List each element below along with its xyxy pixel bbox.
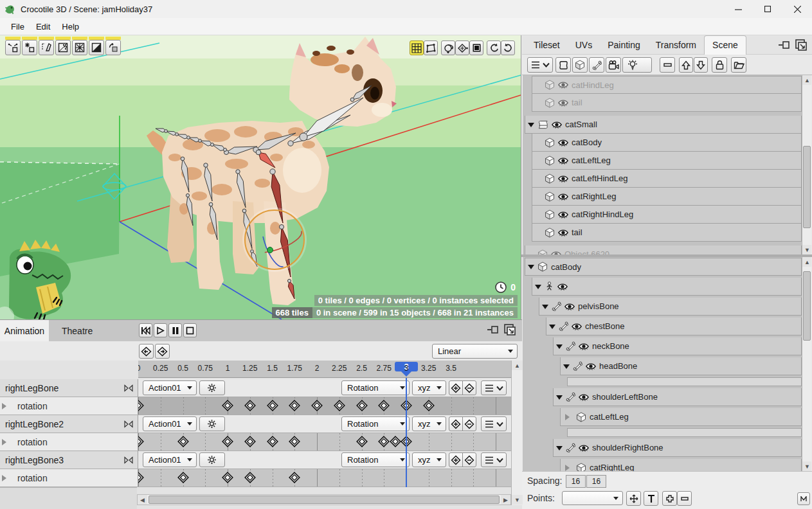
keyframe[interactable] xyxy=(334,400,345,411)
axes-select[interactable]: xyz xyxy=(412,416,446,431)
eye-icon[interactable] xyxy=(558,99,568,107)
vertex-add-button[interactable] xyxy=(22,40,37,55)
tab-transform[interactable]: Transform xyxy=(648,37,704,53)
timeline-vertical-scrollbar[interactable]: ▲ ▼ xyxy=(511,361,522,505)
channel-select[interactable]: Rotation xyxy=(341,452,410,467)
scroll-up-icon[interactable]: ▲ xyxy=(802,75,811,85)
track-menu-button[interactable] xyxy=(481,416,507,431)
burst-fill-button[interactable] xyxy=(72,40,87,55)
menu-edit[interactable]: Edit xyxy=(30,20,56,33)
caret-right-icon[interactable] xyxy=(2,439,10,445)
tab-painting[interactable]: Painting xyxy=(600,37,648,53)
scroll-down-icon[interactable]: ▼ xyxy=(802,245,811,254)
points-select[interactable] xyxy=(562,491,623,505)
caret-down-icon[interactable] xyxy=(556,446,563,454)
bone-row-armature[interactable] xyxy=(532,278,802,296)
eye-icon[interactable] xyxy=(558,193,568,201)
bone-row-catBody[interactable]: catBody xyxy=(525,258,802,276)
bone-joint[interactable] xyxy=(279,224,284,229)
eye-icon[interactable] xyxy=(552,121,562,129)
menu-file[interactable]: File xyxy=(5,20,30,33)
caret-right-icon[interactable] xyxy=(2,403,10,409)
object-row-tail[interactable]: tail xyxy=(532,94,802,112)
spacing-x-input[interactable]: 16 xyxy=(566,475,586,488)
prev-key-button[interactable] xyxy=(139,344,154,359)
scrollbar-thumb[interactable] xyxy=(803,146,811,228)
object-row-catLeftHindLeg[interactable]: catLeftHindLeg xyxy=(532,170,802,188)
caret-down-icon[interactable] xyxy=(549,325,555,332)
bone-row-catLeftLeg[interactable]: catLeftLeg xyxy=(560,408,802,426)
playhead-line[interactable] xyxy=(406,378,407,487)
bone-joint[interactable] xyxy=(270,169,275,174)
axes-select[interactable]: xyz xyxy=(412,380,446,395)
remove-point-button[interactable] xyxy=(677,491,692,506)
eye-icon[interactable] xyxy=(558,81,568,89)
bone-row-pelvisBone[interactable]: pelvisBone xyxy=(539,298,802,316)
delete-keyframe-button[interactable] xyxy=(462,416,476,431)
bonepin-icon[interactable] xyxy=(123,384,134,392)
delete-keyframe-button[interactable] xyxy=(462,380,476,395)
cube-button[interactable] xyxy=(572,57,588,73)
popout-icon[interactable] xyxy=(503,323,517,337)
eye-icon[interactable] xyxy=(558,229,568,237)
insert-keyframe-button[interactable] xyxy=(449,452,463,467)
keyframe[interactable] xyxy=(423,400,435,411)
track-menu-button[interactable] xyxy=(481,452,507,467)
bone-joint[interactable] xyxy=(209,202,213,206)
keyframe[interactable] xyxy=(378,436,390,447)
object-row-tail[interactable]: tail xyxy=(532,224,802,242)
bone-joint[interactable] xyxy=(210,143,213,146)
keyframe[interactable] xyxy=(138,400,144,411)
keyframe[interactable] xyxy=(222,400,233,411)
scroll-up-icon[interactable]: ▲ xyxy=(512,361,523,370)
keyframe[interactable] xyxy=(177,472,189,483)
bone-joint[interactable] xyxy=(287,279,291,282)
keyframe[interactable] xyxy=(244,436,256,447)
scroll-down-icon[interactable]: ▼ xyxy=(802,461,811,471)
move-down-button[interactable] xyxy=(694,57,708,73)
eye-icon[interactable] xyxy=(558,139,568,147)
axes-select[interactable]: xyz xyxy=(412,452,446,467)
action-select[interactable]: Action01 xyxy=(143,416,197,431)
channel-select[interactable]: Rotation xyxy=(341,380,410,395)
stamp-button[interactable] xyxy=(555,57,571,73)
keyframe[interactable] xyxy=(267,400,278,411)
undo-button[interactable] xyxy=(487,40,501,55)
track-name-cell[interactable]: rightLegBone3 xyxy=(0,451,138,469)
bone-joint[interactable] xyxy=(350,98,354,102)
light-button[interactable] xyxy=(622,57,652,73)
bone-joint[interactable] xyxy=(223,148,226,151)
eye-icon[interactable] xyxy=(558,157,568,165)
object-row-catBody[interactable]: catBody xyxy=(532,134,802,152)
bone-joint[interactable] xyxy=(187,136,190,139)
action-settings-button[interactable] xyxy=(199,452,225,467)
insert-keyframe-button[interactable] xyxy=(449,416,463,431)
tab-animation[interactable]: Animation xyxy=(0,320,49,341)
object-row-catLeftLeg[interactable]: catLeftLeg xyxy=(532,152,802,170)
insert-keyframe-button[interactable] xyxy=(449,380,463,395)
caret-down-icon[interactable] xyxy=(535,285,541,292)
timeline-horizontal-scrollbar[interactable]: ◀ ▶ xyxy=(137,494,511,505)
bone-joint[interactable] xyxy=(288,141,293,146)
bone-joint[interactable] xyxy=(165,130,168,133)
keyframe[interactable] xyxy=(356,436,368,447)
object-tree-scrollbar[interactable]: ▲ ▼ xyxy=(802,75,811,254)
rotation-property-cell[interactable]: rotation xyxy=(0,433,138,451)
eye-icon[interactable] xyxy=(557,283,568,290)
keyframe[interactable] xyxy=(311,400,323,411)
menu-help[interactable]: Help xyxy=(56,20,85,33)
bone-joint[interactable] xyxy=(186,193,189,197)
menu-button[interactable] xyxy=(527,57,553,73)
eye-icon[interactable] xyxy=(558,211,568,219)
keyframe[interactable] xyxy=(222,472,233,483)
bone-joint[interactable] xyxy=(176,133,179,136)
object-row-catSmall[interactable]: catSmall xyxy=(525,116,802,134)
eye-icon[interactable] xyxy=(564,303,575,310)
bone-joint[interactable] xyxy=(204,163,208,167)
keyframe[interactable] xyxy=(289,400,300,411)
keyframe[interactable] xyxy=(356,400,368,411)
keyframe-lane[interactable] xyxy=(138,397,511,415)
action-select[interactable]: Action01 xyxy=(143,380,197,395)
interpolation-select[interactable]: Linear xyxy=(432,344,518,359)
redo-button[interactable] xyxy=(501,40,515,55)
